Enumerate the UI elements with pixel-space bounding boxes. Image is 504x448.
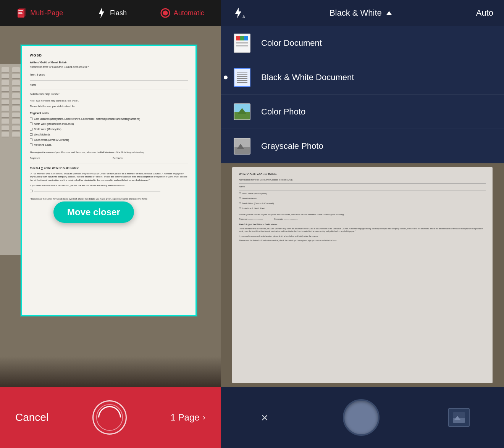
multi-page-icon — [16, 8, 27, 18]
doc-seat-5-label: South West (Devon & Cornwall) — [34, 138, 69, 142]
key — [2, 100, 9, 105]
svg-rect-2 — [18, 10, 23, 11]
preview-rule-title: Rule 5.4 (j) of the Writers' Guild state… — [239, 223, 486, 226]
doc-seat-row-2: North West (Manchester and Lancs) — [30, 122, 188, 126]
doc-seat-4-label: West Midlands — [34, 133, 50, 137]
color-document-icon — [232, 33, 252, 53]
doc-checkbox-2 — [30, 122, 32, 125]
key — [12, 93, 20, 98]
flash-button[interactable]: Flash — [96, 8, 127, 18]
key — [2, 93, 9, 98]
doc-seat-row-1: East Midlands (Derbyshire, Leicestershir… — [30, 117, 188, 121]
doc-proposer-label: Please give the names of your Proposer a… — [30, 151, 188, 154]
preview-doc-divider2 — [239, 190, 486, 190]
move-closer-badge: Move closer — [53, 201, 134, 223]
auto-label-right[interactable]: Auto — [476, 8, 493, 18]
cancel-button[interactable]: Cancel — [15, 411, 48, 424]
scan-preview-content: Writers' Guild of Great Britain Nominati… — [232, 167, 493, 248]
mode-title[interactable]: Black & White — [330, 8, 392, 18]
bw-doc-visual — [234, 68, 250, 87]
scan-preview-document: Writers' Guild of Great Britain Nominati… — [232, 167, 493, 383]
document-overlay: WGSB Writers' Guild of Great Britain Nom… — [21, 45, 197, 316]
svg-marker-9 — [235, 8, 241, 18]
doc-rule-text: "A Full Member who is in benefit, or a L… — [30, 172, 188, 182]
doc-name-field: Name — [30, 83, 188, 87]
doc-seat-2-label: North West (Manchester and Lancs) — [34, 122, 74, 126]
capture-button[interactable] — [343, 399, 380, 436]
doc-declaration-checkbox-row — [30, 189, 188, 194]
doc-divider-2 — [30, 90, 188, 90]
doc-checkbox-4 — [30, 133, 32, 136]
doc-seat-row-3: North West (Merseyside) — [30, 127, 188, 131]
preview-checkbox-row4: ☐ Yorkshire & North East — [239, 207, 486, 210]
doc-proposer-seconder: Proposer Seconder — [30, 156, 188, 160]
doc-notes-label: Please read the Notes for Candidates ove… — [30, 197, 188, 200]
menu-item-color-photo[interactable]: Color Photo — [221, 95, 504, 129]
key — [2, 132, 9, 137]
automatic-icon — [160, 8, 171, 18]
doc-seat-3-label: North West (Merseyside) — [34, 127, 61, 131]
preview-checkbox-row2: ☐ West Midlands — [239, 197, 486, 200]
key — [12, 132, 20, 137]
top-bar-right: A Black & White Auto — [221, 0, 504, 26]
color-photo-icon — [232, 102, 252, 122]
key — [2, 87, 9, 92]
key — [12, 87, 20, 92]
preview-proposer-col: Proposer ......................... — [239, 218, 263, 221]
shutter-arc — [93, 401, 126, 434]
gallery-icon — [453, 412, 465, 423]
preview-rule-text: "A Full Member who is in benefit, or a L… — [239, 227, 486, 233]
svg-point-7 — [163, 10, 168, 15]
preview-checkbox-row1: ☐ North West (Merseyside) — [239, 192, 486, 195]
bw-document-label: Black & White Document — [261, 73, 354, 82]
key — [12, 113, 20, 118]
doc-checkbox-3 — [30, 128, 32, 131]
doc-note: Note: Two members may stand as a "job-sh… — [30, 99, 188, 102]
doc-seat-row-4: West Midlands — [30, 133, 188, 137]
key — [12, 100, 20, 105]
automatic-button[interactable]: Automatic — [160, 8, 204, 18]
preview-doc-name: Name — [239, 185, 486, 189]
gallery-button[interactable] — [448, 408, 470, 427]
preview-notes: Please read the Notes for Candidates ove… — [239, 239, 486, 242]
scan-mode-dropdown: Color Document Black & White Document Co… — [221, 26, 504, 163]
doc-guild-number: Guild Membership Number — [30, 92, 188, 96]
key — [12, 67, 20, 73]
multi-page-button[interactable]: Multi-Page — [16, 8, 63, 18]
grayscale-photo-visual — [234, 138, 250, 155]
doc-declaration-label: If you need to make such a declaration, … — [30, 184, 188, 187]
key — [12, 106, 20, 111]
menu-item-color-document[interactable]: Color Document — [221, 26, 504, 60]
doc-checkbox-1 — [30, 118, 32, 120]
color-photo-visual — [234, 103, 250, 120]
key — [2, 119, 9, 124]
flash-label: Flash — [110, 9, 127, 17]
doc-rule-title: Rule 5.4 (j) of the Writers' Guild state… — [30, 166, 188, 171]
doc-title: Writers' Guild of Great Britain — [30, 61, 188, 65]
doc-checkbox-6 — [30, 143, 32, 146]
doc-subtitle: Nomination form for Executive Council el… — [30, 65, 188, 69]
right-panel: A Black & White Auto Color Document Blac… — [221, 0, 504, 448]
page-count-label: 1 Page — [171, 412, 200, 423]
key — [12, 80, 20, 85]
bottom-bar-right: × — [221, 387, 504, 448]
key — [2, 113, 9, 118]
preview-two-col: Proposer ......................... Secon… — [239, 218, 486, 221]
flash-icon — [96, 8, 107, 18]
close-button[interactable]: × — [255, 408, 274, 427]
doc-divider — [30, 81, 188, 81]
menu-item-grayscale-photo[interactable]: Grayscale Photo — [221, 129, 504, 163]
grayscale-photo-icon — [232, 136, 252, 156]
left-panel: Multi-Page Flash Automatic — [0, 0, 221, 448]
page-count-button[interactable]: 1 Page › — [171, 412, 205, 423]
keyboard-left — [0, 64, 23, 255]
key — [2, 74, 9, 79]
scan-preview: Writers' Guild of Great Britain Nominati… — [221, 163, 504, 387]
color-photo-label: Color Photo — [261, 107, 305, 117]
doc-seat-row-6: Yorkshire & Nor... — [30, 143, 188, 147]
key — [2, 126, 9, 131]
key — [2, 67, 9, 73]
menu-item-bw-document[interactable]: Black & White Document — [221, 60, 504, 95]
key — [12, 126, 20, 131]
shutter-button[interactable] — [92, 400, 127, 435]
